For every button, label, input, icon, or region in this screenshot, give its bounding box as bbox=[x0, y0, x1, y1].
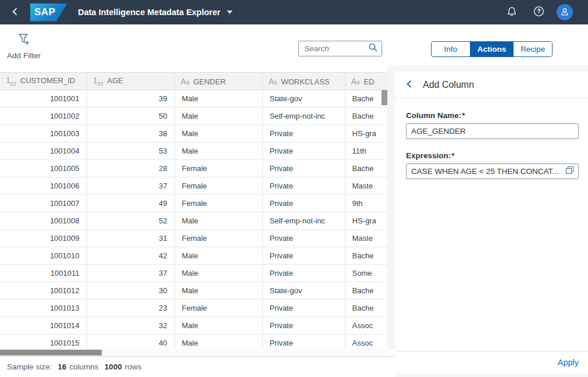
help-button[interactable]: ? bbox=[530, 3, 547, 21]
user-avatar[interactable] bbox=[557, 4, 573, 20]
table-row: 100100453MalePrivate11th bbox=[0, 143, 387, 160]
table-cell: Female bbox=[174, 195, 262, 212]
tab-info[interactable]: Info bbox=[432, 42, 470, 56]
search-icon[interactable] bbox=[368, 42, 378, 55]
table-cell: State-gov bbox=[262, 282, 345, 300]
column-name-label: Column Name:* bbox=[406, 111, 579, 120]
table-cell: Bache bbox=[345, 160, 387, 177]
apply-button[interactable]: Apply bbox=[558, 358, 579, 367]
add-column-form: Column Name:* Expression:* CASE WHEN AGE… bbox=[395, 98, 588, 351]
table-cell: 32 bbox=[87, 317, 174, 335]
column-header-age[interactable]: 123AGE bbox=[87, 73, 174, 90]
detail-tabs-area: InfoActionsRecipe bbox=[395, 24, 588, 65]
column-header-customer_id[interactable]: 123CUSTOMER_ID bbox=[0, 73, 87, 90]
vertical-scrollbar-thumb[interactable] bbox=[382, 90, 387, 105]
table-cell: Male bbox=[174, 317, 262, 335]
bell-icon bbox=[507, 6, 517, 19]
toolbar-strip: Add Filter InfoActionsRecipe bbox=[0, 24, 588, 65]
table-cell: Private bbox=[262, 335, 345, 350]
table-cell: 53 bbox=[87, 143, 174, 160]
sap-logo[interactable]: SAP bbox=[30, 3, 67, 22]
column-name-input[interactable] bbox=[406, 123, 579, 139]
search-input[interactable] bbox=[304, 44, 368, 53]
chevron-left-icon bbox=[405, 80, 414, 90]
table-cell: Male bbox=[174, 282, 262, 300]
table-cell: Male bbox=[174, 247, 262, 265]
column-header-label: AGE bbox=[107, 76, 123, 85]
table-cell: Private bbox=[262, 195, 345, 212]
table-cell: 1001003 bbox=[0, 125, 87, 143]
column-header-gender[interactable]: AaGENDER bbox=[174, 73, 262, 90]
table-cell: Male bbox=[174, 108, 262, 125]
app-title: Data Intelligence Metadata Explorer bbox=[78, 8, 220, 17]
column-header-label: ED bbox=[364, 77, 374, 86]
table-cell: 9th bbox=[345, 195, 387, 212]
table-cell: Maste bbox=[345, 230, 387, 247]
text-type-icon: Aa bbox=[181, 77, 190, 86]
table-cell: Private bbox=[262, 317, 345, 335]
expression-input[interactable]: CASE WHEN AGE < 25 THEN CONCAT... bbox=[406, 163, 579, 179]
table-row: 100101230MaleState-govBache bbox=[0, 282, 387, 300]
table-cell: 1001005 bbox=[0, 160, 87, 177]
table-cell: State-gov bbox=[262, 90, 345, 108]
tab-actions[interactable]: Actions bbox=[470, 42, 514, 56]
table-cell: 11th bbox=[345, 143, 387, 160]
table-row: 100101432MalePrivateAssoc bbox=[0, 317, 387, 335]
table-cell: 49 bbox=[87, 195, 174, 212]
table-cell: Female bbox=[174, 177, 262, 195]
sample-size-prefix: Sample size: bbox=[7, 362, 52, 371]
table-cell: Female bbox=[174, 300, 262, 317]
table-cell: Private bbox=[262, 265, 345, 282]
table-cell: Bache bbox=[345, 282, 387, 300]
panel-back-button[interactable] bbox=[405, 80, 414, 90]
table-row: 100100528FemalePrivateBache bbox=[0, 160, 387, 177]
table-cell: 42 bbox=[87, 247, 174, 265]
value-help-icon[interactable] bbox=[565, 166, 574, 177]
table-toolbar: Add Filter bbox=[0, 24, 395, 65]
table-cell: Male bbox=[174, 125, 262, 143]
required-marker: * bbox=[451, 151, 454, 160]
table-cell: Some bbox=[345, 265, 387, 282]
chevron-left-icon bbox=[10, 7, 20, 18]
add-filter-label: Add Filter bbox=[7, 51, 41, 60]
search-box bbox=[298, 41, 382, 56]
text-type-icon: Aa bbox=[351, 77, 360, 86]
table-cell: 1001011 bbox=[0, 265, 87, 282]
table-cell: Male bbox=[174, 265, 262, 282]
title-caret-button[interactable] bbox=[226, 7, 234, 17]
table-cell: Maste bbox=[345, 177, 387, 195]
table-cell: Private bbox=[262, 177, 345, 195]
columns-count: 16 bbox=[58, 362, 66, 371]
column-header-workclass[interactable]: AaWORKCLASS bbox=[262, 73, 345, 90]
table-cell: Bache bbox=[345, 108, 387, 125]
add-column-card: Add Column Column Name:* Expression:* CA… bbox=[395, 72, 588, 374]
notifications-button[interactable] bbox=[503, 3, 521, 21]
column-header-ed[interactable]: AaED bbox=[345, 73, 387, 90]
table-cell: 1001013 bbox=[0, 300, 87, 317]
table-cell: Bache bbox=[345, 300, 387, 317]
add-filter-button[interactable]: Add Filter bbox=[5, 31, 43, 60]
table-cell: 28 bbox=[87, 160, 174, 177]
table-cell: HS-gra bbox=[345, 212, 387, 230]
table-row: 100101042MalePrivateBache bbox=[0, 247, 387, 265]
table-cell: Male bbox=[174, 143, 262, 160]
table-cell: 39 bbox=[87, 90, 174, 108]
table-cell: 1001014 bbox=[0, 317, 87, 335]
table-row: 100100931FemalePrivateMaste bbox=[0, 230, 387, 247]
table-cell: Female bbox=[174, 160, 262, 177]
table-cell: Bache bbox=[345, 247, 387, 265]
tab-recipe[interactable]: Recipe bbox=[513, 42, 552, 56]
table-cell: Male bbox=[174, 212, 262, 230]
table-cell: Private bbox=[262, 143, 345, 160]
table-cell: 1001006 bbox=[0, 177, 87, 195]
shell-back-button[interactable] bbox=[0, 7, 30, 18]
horizontal-scrollbar-thumb[interactable] bbox=[0, 350, 102, 355]
table-cell: 1001002 bbox=[0, 108, 87, 125]
expression-value: CASE WHEN AGE < 25 THEN CONCAT... bbox=[411, 167, 565, 176]
horizontal-scrollbar[interactable] bbox=[0, 349, 387, 356]
sap-logo-text: SAP bbox=[34, 6, 55, 18]
table-cell: 37 bbox=[87, 177, 174, 195]
table-cell: 1001004 bbox=[0, 143, 87, 160]
column-header-label: CUSTOMER_ID bbox=[20, 76, 75, 85]
table-cell: Male bbox=[174, 90, 262, 108]
